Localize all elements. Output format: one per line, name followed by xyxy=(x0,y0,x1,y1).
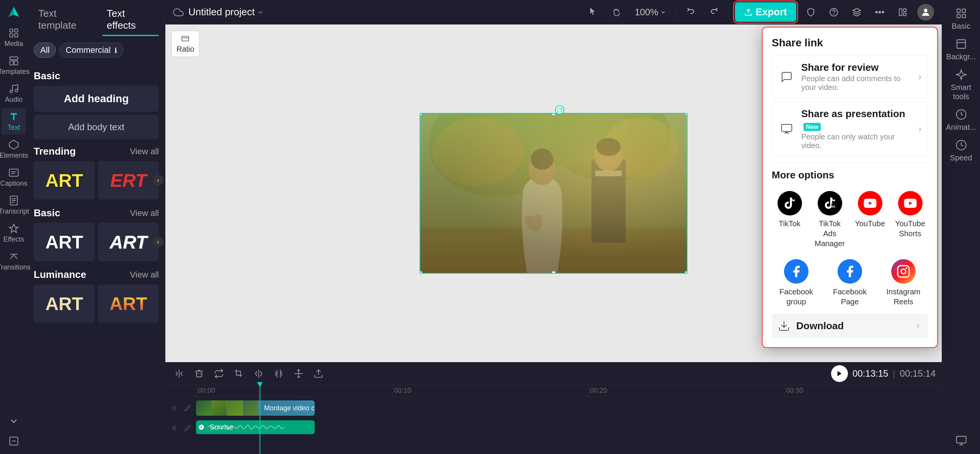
sidebar-item-elements[interactable]: Elements xyxy=(2,136,26,163)
sidebar-item-effects[interactable]: Effects xyxy=(2,220,26,247)
download-icon xyxy=(778,320,790,332)
selection-handle-br[interactable] xyxy=(684,271,688,274)
sidebar-item-media[interactable]: Media xyxy=(2,24,26,51)
scene-svg xyxy=(420,114,687,273)
share-for-review-option[interactable]: Share for review People can add comments… xyxy=(772,55,928,98)
redo-btn[interactable] xyxy=(706,4,722,21)
sidebar-item-templates[interactable]: Templates xyxy=(2,52,26,79)
video-volume-btn[interactable] xyxy=(170,403,181,413)
wedding-scene xyxy=(420,114,687,273)
filter-all[interactable]: All xyxy=(34,42,56,58)
panel-tabs: Text template Text effects xyxy=(28,0,165,36)
svg-point-33 xyxy=(603,118,679,178)
svg-rect-6 xyxy=(14,61,18,65)
multi-split-tool[interactable] xyxy=(271,366,286,381)
share-as-presentation-option[interactable]: Share as presentation New People can onl… xyxy=(772,101,928,157)
right-item-animate-label: Animat... xyxy=(946,122,976,132)
trending-grid: ART ERT › xyxy=(34,161,159,199)
select-tool-btn[interactable] xyxy=(585,4,602,21)
audio-volume-btn[interactable] xyxy=(170,423,181,433)
basic-scroll-right[interactable]: › xyxy=(153,237,163,247)
app-logo[interactable] xyxy=(6,5,21,20)
tab-text-template[interactable]: Text template xyxy=(34,5,99,36)
mirror-tool[interactable] xyxy=(251,366,266,381)
svg-rect-10 xyxy=(9,169,18,176)
ruler-0: 00:00 xyxy=(196,385,354,396)
luminance-grid: ART ART xyxy=(34,284,159,323)
selection-handle-bc[interactable] xyxy=(551,271,556,274)
right-item-animate[interactable]: Animat... xyxy=(944,106,979,135)
sidebar-item-transcript[interactable]: Transcript xyxy=(2,192,26,219)
social-youtube[interactable]: YouTube xyxy=(852,187,888,252)
crop-tool[interactable] xyxy=(231,366,247,381)
trending-item-2[interactable]: ERT xyxy=(98,161,159,199)
share-presentation-icon xyxy=(778,121,795,137)
luminance-item-1[interactable]: ART xyxy=(34,284,95,323)
basic-view-all[interactable]: View all xyxy=(130,208,159,218)
export-btn[interactable]: Export xyxy=(735,2,796,22)
zoom-selector[interactable]: 100% xyxy=(631,5,670,20)
hand-tool-btn[interactable] xyxy=(608,4,625,21)
audio-edit-btn[interactable] xyxy=(182,423,193,433)
layout-btn[interactable] xyxy=(894,4,911,21)
delete-tool[interactable] xyxy=(191,366,207,381)
social-facebook-page[interactable]: Facebook Page xyxy=(825,255,874,310)
sidebar-collapse-btn[interactable] xyxy=(2,413,26,430)
shield-btn[interactable] xyxy=(802,4,819,21)
add-heading-btn[interactable]: Add heading xyxy=(34,86,159,112)
svg-text:biz: biz xyxy=(831,205,835,208)
basic-item-1[interactable]: ART xyxy=(34,223,95,261)
video-clip[interactable]: Montage video clip 00:15:14 xyxy=(196,400,315,416)
monitor-icon xyxy=(956,435,967,446)
topbar-tools: 100% xyxy=(585,2,934,22)
project-name[interactable]: Untitled project xyxy=(188,6,264,18)
loop-tool[interactable] xyxy=(211,366,227,381)
right-item-background[interactable]: Backgr... xyxy=(944,35,979,64)
social-facebook-group[interactable]: Facebook group xyxy=(772,255,821,310)
sidebar-item-transitions[interactable]: Transitions xyxy=(2,248,26,274)
sidebar-item-templates-label: Templates xyxy=(0,68,29,76)
social-youtube-shorts[interactable]: YouTube Shorts xyxy=(892,187,928,252)
right-item-speed[interactable]: Speed xyxy=(944,136,979,165)
download-option[interactable]: Download xyxy=(772,314,928,338)
tab-text-effects[interactable]: Text effects xyxy=(102,5,159,36)
svg-marker-51 xyxy=(173,426,175,430)
redo-icon xyxy=(709,8,719,17)
right-item-basic[interactable]: Basic xyxy=(944,5,979,34)
social-tiktok[interactable]: TikTok xyxy=(772,187,807,252)
right-item-monitor[interactable] xyxy=(944,432,979,449)
audio-clip[interactable]: Sunrise xyxy=(196,420,315,434)
trending-item-1[interactable]: ART xyxy=(34,161,95,199)
freeze-tool[interactable] xyxy=(291,366,306,381)
help-btn[interactable] xyxy=(825,4,842,21)
svg-rect-71 xyxy=(898,266,909,277)
more-btn[interactable]: ••• xyxy=(871,4,888,21)
sidebar-item-captions[interactable]: Captions xyxy=(2,164,26,191)
sidebar-item-effects-label: Effects xyxy=(3,235,24,243)
trending-scroll-right[interactable]: › xyxy=(153,175,163,186)
sidebar-item-audio[interactable]: Audio xyxy=(2,80,26,107)
export-tool[interactable] xyxy=(311,366,326,381)
social-instagram[interactable]: Instagram Reels xyxy=(879,255,928,310)
luminance-item-2[interactable]: ART xyxy=(98,284,159,323)
timeline-ruler: 00:00 00:10 00:20 00:30 xyxy=(165,385,942,397)
svg-rect-34 xyxy=(421,227,686,273)
luminance-view-all[interactable]: View all xyxy=(130,270,159,280)
ratio-btn[interactable]: Ratio xyxy=(172,31,199,57)
trending-view-all[interactable]: View all xyxy=(130,147,159,157)
sidebar-item-text[interactable]: Text xyxy=(2,108,26,135)
add-body-btn[interactable]: Add body text xyxy=(34,115,159,139)
basic-item-2[interactable]: ART xyxy=(98,223,159,261)
layers-btn[interactable] xyxy=(848,4,865,21)
undo-btn[interactable] xyxy=(683,4,699,21)
social-tiktok-ads[interactable]: biz TikTok Ads Manager xyxy=(812,187,848,252)
svg-rect-58 xyxy=(957,40,965,49)
rotate-handle[interactable] xyxy=(555,105,564,114)
video-edit-btn[interactable] xyxy=(182,403,193,413)
play-btn[interactable] xyxy=(831,365,848,382)
sidebar-feedback-btn[interactable] xyxy=(2,433,26,449)
right-item-smart-tools[interactable]: Smart tools xyxy=(944,66,979,104)
filter-commercial[interactable]: Commercial ℹ xyxy=(59,42,123,58)
user-avatar[interactable] xyxy=(917,4,934,21)
split-tool[interactable] xyxy=(172,366,187,381)
